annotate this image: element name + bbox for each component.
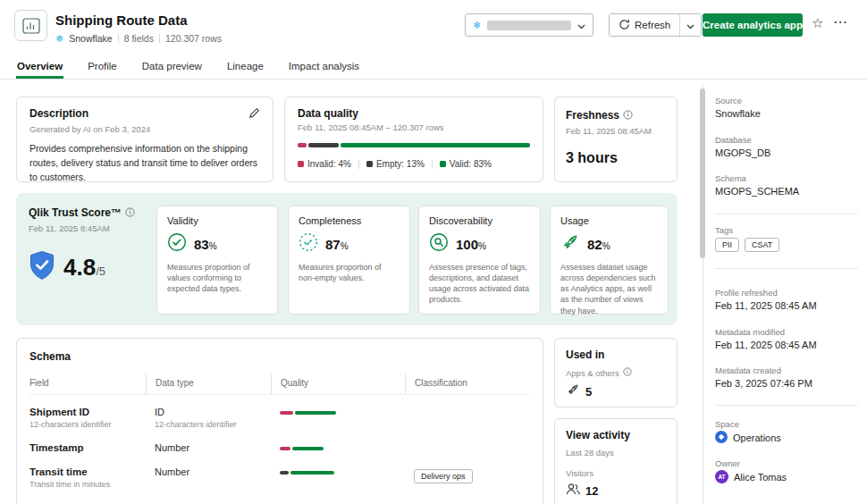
field-data-type: Number xyxy=(155,466,271,477)
legend-valid-label: Valid: 83% xyxy=(450,159,492,169)
legend-invalid-label: Invalid: 4% xyxy=(307,159,351,169)
metadata-created-value: Feb 3, 2025 07:46 PM xyxy=(715,378,812,389)
owner-name: Alice Tomas xyxy=(734,472,787,483)
refresh-icon xyxy=(619,19,630,32)
used-in-count: 5 xyxy=(585,385,592,399)
description-subtitle: Generated by AI on Feb 3, 2024 xyxy=(29,124,260,134)
source-value: Snowflake xyxy=(715,108,761,119)
pencil-icon xyxy=(248,108,260,122)
usage-description: Assesses dataset usage across dependenci… xyxy=(560,262,658,316)
divider xyxy=(715,268,858,269)
schema-card: Schema Field Data type Quality Classific… xyxy=(16,338,543,504)
discoverability-description: Assesses presence of tags, descriptions,… xyxy=(429,262,530,306)
legend-empty: Empty: 13% xyxy=(366,159,425,169)
divider xyxy=(159,34,160,43)
field-name: Shipment ID xyxy=(29,407,146,417)
field-quality-bar xyxy=(280,471,355,475)
quality-segment xyxy=(280,411,293,415)
field-subtitle: Transit time in minutes xyxy=(29,480,146,489)
tag-chip[interactable]: PII xyxy=(715,238,739,252)
details-sidebar: Source Snowflake Database MGOPS_DB Schem… xyxy=(715,86,858,504)
validity-unit: % xyxy=(209,241,217,251)
tags-label: Tags xyxy=(715,225,733,235)
field-quality-bar xyxy=(280,411,355,415)
metric-card-usage: Usage 82 % Assesses dataset usage across… xyxy=(550,206,669,315)
refresh-button[interactable]: Refresh xyxy=(610,14,679,36)
data-quality-bar xyxy=(298,143,530,147)
page-title: Shipping Route Data xyxy=(55,13,188,28)
tab-impact-analysis[interactable]: Impact analysis xyxy=(288,54,360,79)
metric-card-discoverability: Discoverability 100 % Assesses presence … xyxy=(418,206,541,315)
metric-card-validity: Validity 83 % Measures proportion of val… xyxy=(156,206,278,315)
classification-chip[interactable]: Delivery ops xyxy=(414,469,473,483)
dashed-circle-check-icon xyxy=(299,232,318,256)
freshness-title: Freshness xyxy=(566,109,619,122)
trust-score-subtitle: Feb 11, 2025 8:45AM xyxy=(29,223,135,233)
view-activity-subtitle: Last 28 days xyxy=(566,448,614,458)
tab-lineage[interactable]: Lineage xyxy=(226,54,265,79)
owner-value[interactable]: AT Alice Tomas xyxy=(715,470,787,483)
favorite-star-icon[interactable]: ☆ xyxy=(812,15,823,31)
tab-bar: Overview Profile Data preview Lineage Im… xyxy=(0,54,867,80)
discoverability-value: 100 xyxy=(456,237,478,252)
snowflake-icon: ❄ xyxy=(55,34,63,44)
legend-valid: Valid: 83% xyxy=(440,159,492,169)
space-icon xyxy=(715,431,728,445)
column-header-classification[interactable]: Classification xyxy=(405,374,530,394)
trust-score-value: 4.8 xyxy=(63,254,96,281)
refresh-options-button[interactable] xyxy=(679,14,701,36)
metadata-modified-value: Feb 11, 2025 08:45 AM xyxy=(715,340,817,350)
legend-empty-label: Empty: 13% xyxy=(376,159,425,169)
space-name: Operations xyxy=(733,433,781,443)
column-header-data-type[interactable]: Data type xyxy=(146,374,271,394)
tab-profile[interactable]: Profile xyxy=(87,54,118,79)
view-activity-title: View activity xyxy=(566,429,666,441)
chevron-down-icon xyxy=(686,19,694,32)
more-options-icon[interactable]: ⋯ xyxy=(833,13,848,30)
create-analytics-app-button[interactable]: Create analytics app xyxy=(703,13,803,37)
validity-label: Validity xyxy=(167,215,267,226)
data-quality-subtitle: Feb 11, 2025 08:45AM – 120.307 rows xyxy=(298,122,530,132)
trust-score-max: /5 xyxy=(96,265,105,278)
space-value[interactable]: Operations xyxy=(715,431,781,445)
usage-unit: % xyxy=(602,241,610,251)
info-icon[interactable] xyxy=(623,367,632,378)
field-data-type: ID xyxy=(155,407,271,417)
avatar: AT xyxy=(715,470,728,483)
trust-score-title: Qlik Trust Score™ xyxy=(29,206,122,219)
completeness-value: 87 xyxy=(325,237,341,252)
refresh-label: Refresh xyxy=(635,20,670,30)
tab-data-preview[interactable]: Data preview xyxy=(141,54,203,79)
freshness-subtitle: Feb 11, 2025 08:45AM xyxy=(566,126,666,136)
scrollbar-thumb[interactable] xyxy=(700,88,705,258)
tag-chip[interactable]: CSAT xyxy=(745,238,779,252)
field-name: Timestamp xyxy=(29,442,146,453)
freshness-card: Freshness Feb 11, 2025 08:45AM 3 hours xyxy=(554,97,678,182)
discoverability-label: Discoverability xyxy=(429,215,530,226)
completeness-unit: % xyxy=(341,241,349,251)
quality-segment-valid xyxy=(341,143,530,147)
database-value: MGOPS_DB xyxy=(715,147,770,158)
quality-segment xyxy=(280,447,290,450)
check-circle-icon xyxy=(167,232,187,256)
field-quality-bar xyxy=(280,447,355,450)
visitors-icon xyxy=(566,483,580,499)
rocket-icon xyxy=(560,232,580,256)
info-icon[interactable] xyxy=(623,107,633,123)
column-header-quality[interactable]: Quality xyxy=(271,374,405,394)
column-header-field[interactable]: Field xyxy=(29,374,146,394)
connection-select[interactable]: ❄ xyxy=(465,13,593,37)
edit-description-button[interactable] xyxy=(248,107,260,122)
schema-label: Schema xyxy=(715,173,746,183)
shield-check-icon xyxy=(29,250,55,284)
dataset-meta: ❄ Snowflake 8 fields 120.307 rows xyxy=(55,33,222,44)
discoverability-unit: % xyxy=(478,241,486,251)
table-row: Transit time Transit time in minutes Num… xyxy=(29,455,530,491)
metadata-modified-label: Metadata modified xyxy=(715,327,785,337)
schema-header-row: Field Data type Quality Classification xyxy=(29,374,530,395)
snowflake-icon: ❄ xyxy=(473,21,481,30)
usage-label: Usage xyxy=(560,215,658,226)
tab-overview[interactable]: Overview xyxy=(16,54,63,79)
field-data-type: Number xyxy=(155,442,271,453)
info-icon[interactable] xyxy=(125,205,135,221)
